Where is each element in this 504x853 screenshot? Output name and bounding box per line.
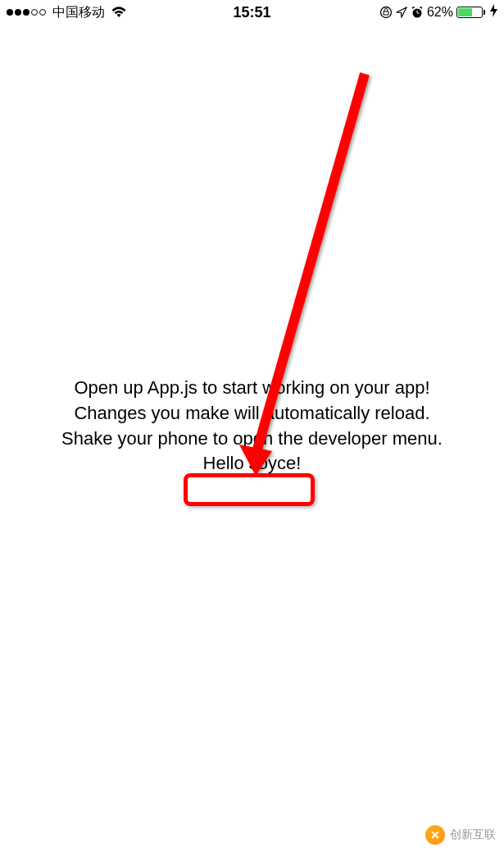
annotation-highlight-box bbox=[184, 473, 315, 506]
watermark: ✕ 创新互联 bbox=[425, 825, 496, 845]
status-left-group: 中国移动 bbox=[7, 4, 126, 21]
instruction-line-2: Changes you make will automatically relo… bbox=[16, 401, 488, 426]
alarm-icon bbox=[411, 6, 424, 19]
wifi-icon bbox=[111, 7, 126, 18]
greeting-text: Hello Joyce! bbox=[16, 452, 488, 477]
svg-line-4 bbox=[412, 7, 415, 9]
watermark-logo-icon: ✕ bbox=[425, 825, 445, 845]
instruction-line-3: Shake your phone to open the developer m… bbox=[16, 426, 488, 452]
watermark-text: 创新互联 bbox=[450, 828, 496, 842]
status-right-group: 62% bbox=[379, 4, 497, 21]
location-icon bbox=[396, 7, 407, 18]
orientation-lock-icon bbox=[379, 6, 393, 19]
instruction-line-1: Open up App.js to start working on your … bbox=[16, 376, 488, 401]
battery-percent-label: 62% bbox=[427, 5, 453, 20]
charging-icon bbox=[490, 4, 497, 21]
svg-line-5 bbox=[420, 7, 422, 9]
app-content: Open up App.js to start working on your … bbox=[0, 376, 504, 477]
battery-icon bbox=[456, 7, 485, 18]
carrier-label: 中国移动 bbox=[52, 4, 105, 21]
status-bar: 中国移动 15:51 bbox=[0, 0, 504, 25]
signal-strength-icon bbox=[7, 9, 46, 16]
status-time: 15:51 bbox=[233, 4, 270, 21]
